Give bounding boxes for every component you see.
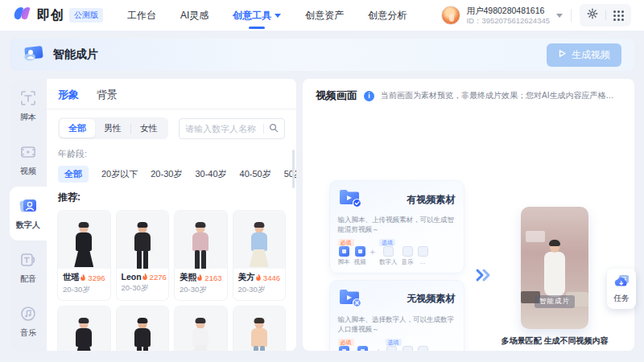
required-group: 必填 脚本 数字人 bbox=[338, 339, 373, 351]
optional-group: 选填 音乐 字幕 … bbox=[386, 339, 428, 351]
age-filter-under20[interactable]: 20岁以下 bbox=[101, 166, 138, 183]
disclaimer-text: 当前画面为素材预览，非最终成片效果；您对AI生成内容应严格遵循国家相关法律法规的… bbox=[381, 90, 621, 101]
popularity-count: 2276 bbox=[142, 273, 167, 282]
user-meta: 用户4980280481616 ID：3952075612624345 bbox=[466, 6, 550, 26]
digital-human-card[interactable]: 美熙 2163 20-30岁 bbox=[175, 211, 227, 300]
digital-human-card[interactable]: 世菲 7304 20-30岁 bbox=[58, 306, 110, 351]
room-window bbox=[526, 231, 545, 242]
age-tag: 20-30岁 bbox=[117, 282, 169, 298]
generate-video-button[interactable]: 生成视频 bbox=[547, 43, 621, 67]
required-tag: 必填 bbox=[338, 339, 354, 346]
mode-card-no-footage[interactable]: 无视频素材 输入脚本、选择数字人，可以生成数字人口播视频～ 必填 脚本 数字人 … bbox=[329, 280, 464, 351]
gender-filter-all[interactable]: 全部 bbox=[60, 119, 95, 138]
nav-item-ai-inspiration[interactable]: AI灵感 bbox=[180, 0, 208, 31]
flame-icon bbox=[80, 274, 86, 282]
age-filter-chips: 全部 20岁以下 20-30岁 30-40岁 40-50岁 50岁以上 bbox=[58, 166, 285, 183]
subtitle-chip-icon bbox=[402, 346, 413, 351]
task-float-button[interactable]: 任务 bbox=[607, 269, 636, 309]
digital-human-icon bbox=[19, 197, 38, 216]
optional-tag: 选填 bbox=[386, 339, 402, 346]
user-cluster: 用户4980280481616 ID：3952075612624345 bbox=[441, 4, 631, 27]
digital-human-card[interactable]: 宁烟 2903 20-30岁 bbox=[233, 306, 286, 351]
digital-human-card[interactable]: 世瑶 3296 20-30岁 bbox=[58, 211, 110, 300]
popularity-count: 2163 bbox=[196, 274, 221, 282]
optional-tag: 选填 bbox=[379, 239, 395, 246]
sidebar-item-video[interactable]: 视频 bbox=[10, 133, 47, 187]
gender-filter-female[interactable]: 女性 bbox=[131, 119, 167, 138]
age-tag: 20-30岁 bbox=[233, 283, 286, 300]
play-icon bbox=[558, 49, 567, 60]
more-chip-icon bbox=[418, 246, 428, 257]
plus-icon: + bbox=[370, 247, 375, 257]
video-watermark: 智能成片 bbox=[535, 295, 575, 308]
digital-human-chip-icon bbox=[383, 246, 394, 257]
digital-human-library: 形象 背景 全部 男性 女性 年龄段: bbox=[47, 79, 296, 351]
mode-inputs: 必填 脚本 数字人 + 选填 音乐 字幕 … bbox=[338, 339, 456, 351]
music-icon bbox=[19, 305, 37, 324]
age-filter-label: 年龄段: bbox=[58, 148, 285, 160]
info-icon[interactable]: i bbox=[364, 91, 374, 101]
top-navbar: 即创 公测版 工作台 AI灵感 创意工具 创意资产 创意分析 用户4980280… bbox=[0, 0, 644, 31]
smart-film-banner: 智能成片 生成视频 bbox=[10, 39, 634, 71]
sidebar-item-music[interactable]: 音乐 bbox=[10, 294, 47, 348]
age-filter-all[interactable]: 全部 bbox=[58, 166, 89, 183]
script-chip-icon bbox=[339, 246, 349, 257]
gender-filter-male[interactable]: 男性 bbox=[95, 119, 130, 138]
left-sidebar: 脚本 视频 bbox=[10, 79, 47, 351]
logo-mark-icon bbox=[13, 6, 32, 25]
library-tabs: 形象 背景 bbox=[58, 88, 285, 109]
sidebar-item-digital-human[interactable]: 数字人 bbox=[10, 187, 47, 241]
mode-inputs: 必填 脚本 视频 + 选填 数字人 音乐 … bbox=[338, 239, 456, 266]
sidebar-item-dubbing[interactable]: 配音 bbox=[10, 241, 47, 294]
nav-item-workbench[interactable]: 工作台 bbox=[127, 0, 156, 31]
age-filter-40-50[interactable]: 40-50岁 bbox=[240, 166, 271, 183]
digital-human-photo bbox=[233, 306, 286, 351]
app-logo[interactable]: 即创 bbox=[13, 6, 64, 25]
apps-grid-icon[interactable] bbox=[613, 10, 624, 21]
user-menu-chevron-icon[interactable] bbox=[556, 14, 563, 18]
required-group: 必填 脚本 视频 bbox=[338, 239, 366, 266]
search-icon[interactable] bbox=[269, 121, 279, 136]
divider bbox=[47, 109, 296, 109]
page-title: 智能成片 bbox=[53, 47, 98, 62]
digital-human-name: 美熙 bbox=[180, 272, 196, 283]
digital-human-card[interactable]: 才吉 2322 20-30岁 bbox=[117, 306, 169, 351]
mode-card-with-footage[interactable]: 有视频素材 输入脚本、上传视频素材，可以生成智能混剪视频～ 必填 脚本 视频 +… bbox=[329, 180, 464, 274]
gender-segment: 全部 男性 女性 bbox=[58, 117, 168, 139]
digital-human-photo bbox=[58, 211, 110, 269]
scrollbar-thumb[interactable] bbox=[292, 150, 295, 188]
digital-human-card[interactable]: Leon 2276 20-30岁 bbox=[117, 211, 169, 300]
settings-gear-icon[interactable] bbox=[587, 8, 598, 23]
divider bbox=[571, 9, 572, 22]
nav-item-creative-assets[interactable]: 创意资产 bbox=[305, 0, 344, 31]
age-tag: 20-30岁 bbox=[175, 283, 227, 300]
beta-badge: 公测版 bbox=[69, 8, 103, 23]
popularity-count: 3296 bbox=[80, 274, 105, 282]
video-icon bbox=[19, 143, 37, 162]
search-input[interactable] bbox=[185, 124, 260, 134]
sample-video-caption: 多场景匹配 生成不同视频内容 bbox=[502, 335, 609, 347]
digital-human-card[interactable]: 美方 3446 20-30岁 bbox=[233, 211, 286, 300]
double-chevron-right-icon bbox=[474, 266, 492, 287]
nav-item-creative-analysis[interactable]: 创意分析 bbox=[368, 0, 407, 31]
flame-icon bbox=[196, 274, 203, 282]
tab-background[interactable]: 背景 bbox=[97, 88, 118, 109]
digital-human-card[interactable]: 美蔓 4475 20-30岁 bbox=[175, 306, 227, 351]
popularity-count: 3446 bbox=[255, 274, 280, 282]
digital-human-grid: 世瑶 3296 20-30岁 Leon 2276 bbox=[58, 211, 285, 351]
avatar[interactable] bbox=[441, 6, 460, 25]
sample-video-column: 智能成片 多场景匹配 生成不同视频内容 bbox=[502, 207, 609, 347]
digital-human-photo bbox=[175, 211, 227, 269]
main-nav: 工作台 AI灵感 创意工具 创意资产 创意分析 bbox=[127, 0, 407, 31]
nav-item-creative-tools[interactable]: 创意工具 bbox=[233, 0, 281, 31]
tab-appearance[interactable]: 形象 bbox=[58, 88, 79, 109]
flame-icon bbox=[142, 273, 148, 281]
age-filter-20-30[interactable]: 20-30岁 bbox=[151, 166, 182, 183]
age-filter-30-40[interactable]: 30-40岁 bbox=[195, 166, 226, 183]
script-icon bbox=[19, 89, 37, 109]
required-tag: 必填 bbox=[338, 239, 354, 246]
sidebar-item-script[interactable]: 脚本 bbox=[10, 79, 47, 133]
recommend-label: 推荐: bbox=[58, 191, 285, 204]
preview-stage: 有视频素材 输入脚本、上传视频素材，可以生成智能混剪视频～ 必填 脚本 视频 +… bbox=[316, 180, 621, 351]
preview-header: 视频画面 i 当前画面为素材预览，非最终成片效果；您对AI生成内容应严格遵循国家… bbox=[316, 88, 621, 103]
